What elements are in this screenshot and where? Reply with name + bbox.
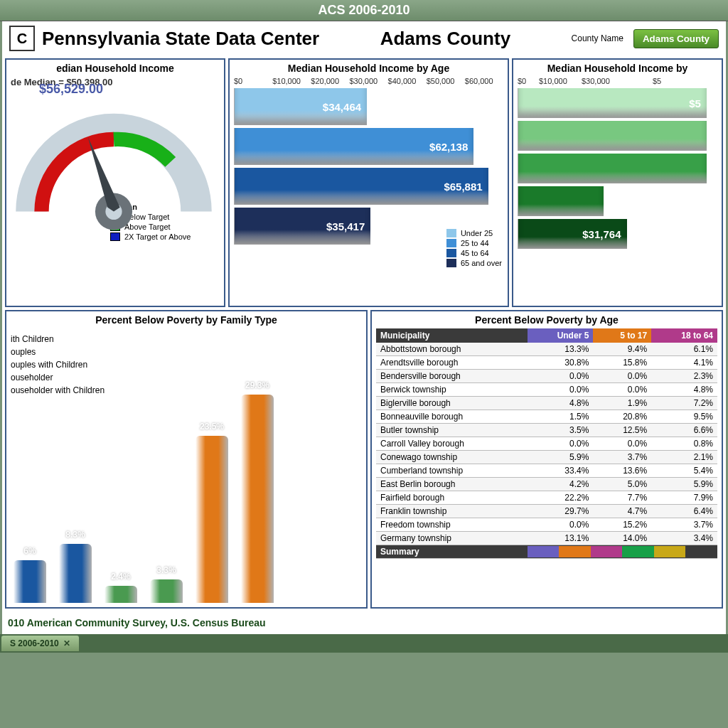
- table-row[interactable]: Freedom township0.0%15.2%3.7%: [376, 518, 717, 532]
- table-header[interactable]: Municipality: [376, 328, 528, 343]
- table-row[interactable]: East Berlin borough4.2%5.0%5.9%: [376, 478, 717, 491]
- summary-row: Summary: [376, 545, 717, 559]
- close-icon[interactable]: ✕: [63, 638, 70, 648]
- gauge-value: $56,529.00: [39, 82, 103, 97]
- race-bar: $31,764: [518, 219, 627, 249]
- table-row[interactable]: Butler township3.5%12.5%6.6%: [376, 424, 717, 437]
- poverty-family-title: Percent Below Poverty by Family Type: [11, 314, 362, 326]
- family-legend-item: ouseholder: [11, 373, 105, 382]
- poverty-table: MunicipalityUnder 55 to 1718 to 64 Abbot…: [376, 328, 717, 559]
- age-axis: $0$10,000$20,000$30,000$40,000$50,000$60…: [234, 77, 503, 85]
- race-bar: [518, 186, 604, 216]
- gauge-panel: edian Household Income de Median = $50,3…: [5, 58, 225, 307]
- table-row[interactable]: Carroll Valley borough0.0%0.0%0.8%: [376, 437, 717, 451]
- tab-acs[interactable]: S 2006-2010✕: [1, 636, 79, 651]
- datacenter-title: Pennsylvania State Data Center: [42, 28, 319, 50]
- family-legend: ith Childrenouplesouples with Childrenou…: [11, 331, 105, 398]
- table-header[interactable]: 5 to 17: [593, 328, 651, 343]
- income-by-race-title: Median Household Income by: [518, 63, 717, 74]
- age-legend: Under 2525 to 4445 to 6465 and over: [445, 226, 503, 270]
- table-row[interactable]: Bendersville borough0.0%0.0%2.3%: [376, 370, 717, 383]
- family-bar: 23.5%: [196, 436, 228, 603]
- family-bar: 29.3%: [241, 395, 274, 603]
- table-row[interactable]: Berwick township0.0%0.0%4.8%: [376, 383, 717, 397]
- table-row[interactable]: Biglerville borough4.8%1.9%7.2%: [376, 397, 717, 410]
- table-header[interactable]: 18 to 64: [651, 328, 717, 343]
- table-row[interactable]: Abbottstown borough13.3%9.4%6.1%: [376, 343, 717, 356]
- gauge-title: edian Household Income: [11, 63, 220, 74]
- source-note: 010 American Community Survey, U.S. Cens…: [2, 611, 726, 634]
- table-row[interactable]: Bonneauville borough1.5%20.8%9.5%: [376, 410, 717, 424]
- family-legend-item: ouples: [11, 347, 105, 357]
- race-bar: [518, 121, 707, 151]
- county-dropdown-label: County Name: [572, 33, 623, 43]
- poverty-age-title: Percent Below Poverty by Age: [376, 314, 717, 326]
- age-bar: $35,417: [234, 208, 370, 245]
- county-dropdown[interactable]: Adams County: [633, 29, 719, 48]
- family-bar: 8.3%: [59, 544, 92, 603]
- table-row[interactable]: Arendtsville borough30.8%15.8%4.1%: [376, 356, 717, 370]
- family-legend-item: ouseholder with Children: [11, 385, 105, 395]
- race-bar: [518, 154, 707, 183]
- table-row[interactable]: Fairfield borough22.2%7.7%7.9%: [376, 491, 717, 505]
- family-legend-item: ouples with Children: [11, 360, 105, 370]
- county-title: Adams County: [326, 28, 564, 50]
- income-by-age-panel: Median Household Income by Age $0$10,000…: [228, 58, 509, 307]
- family-bar: 2.4%: [105, 586, 137, 603]
- app-header: ACS 2006-2010: [0, 0, 728, 21]
- table-row[interactable]: Germany township13.1%14.0%3.4%: [376, 532, 717, 545]
- logo-icon: C: [9, 26, 35, 51]
- family-bar: 6%: [14, 560, 46, 603]
- age-bar: $62,138: [234, 128, 473, 165]
- poverty-family-panel: Percent Below Poverty by Family Type ith…: [5, 310, 368, 609]
- title-row: C Pennsylvania State Data Center Adams C…: [2, 21, 726, 55]
- gauge-legend-label: 2X Target or Above: [124, 232, 191, 241]
- age-bar: $65,881: [234, 168, 488, 205]
- poverty-age-panel: Percent Below Poverty by Age Municipalit…: [370, 310, 723, 609]
- race-bar: $5: [518, 88, 707, 118]
- gauge-icon: [11, 89, 217, 231]
- income-by-race-panel: Median Household Income by $0$10,000$30,…: [512, 58, 723, 307]
- age-bar: $34,464: [234, 88, 367, 125]
- family-bar: 3.3%: [150, 579, 183, 603]
- table-header[interactable]: Under 5: [528, 328, 594, 343]
- income-by-age-title: Median Household Income by Age: [234, 63, 503, 74]
- family-legend-item: ith Children: [11, 334, 105, 344]
- table-row[interactable]: Franklin township29.7%4.7%6.4%: [376, 505, 717, 518]
- table-row[interactable]: Cumberland township33.4%13.6%5.4%: [376, 464, 717, 478]
- race-axis: $0$10,000$30,000$5: [518, 77, 717, 85]
- tab-strip: S 2006-2010✕: [0, 634, 728, 653]
- table-row[interactable]: Conewago township5.9%3.7%2.1%: [376, 451, 717, 464]
